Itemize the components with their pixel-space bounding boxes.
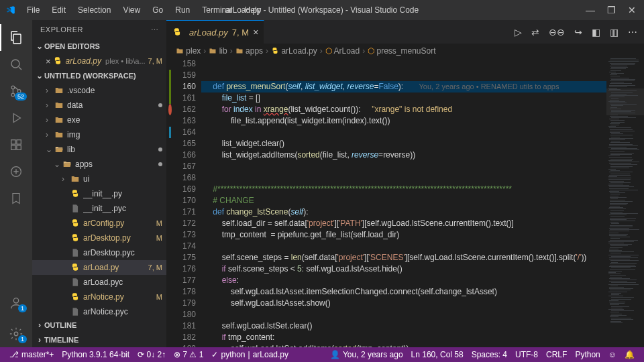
tree-item[interactable]: arNotice.pyM [32,290,166,304]
svg-rect-6 [17,145,21,149]
tree-item[interactable]: arDesktop.pyc [32,245,166,260]
status-bell-icon[interactable]: 🔔 [621,350,639,359]
status-bar: ⎇ master*+ Python 3.9.1 64-bit ⟳ 0↓ 2↑ ⊗… [0,347,644,362]
git-compare-icon[interactable]: ⇄ [531,27,539,38]
status-feedback-icon[interactable]: ☺ [604,350,621,359]
tree-item[interactable]: ›exe [32,113,166,127]
more-icon[interactable]: ⋯ [628,27,637,38]
svg-point-0 [11,60,19,68]
tree-item[interactable]: ⌄apps [32,157,166,172]
activity-gitlens-icon[interactable] [0,158,32,185]
activity-debug-icon[interactable] [0,105,32,131]
status-python[interactable]: Python 3.9.1 64-bit [58,350,133,359]
menu-go[interactable]: Go [147,3,168,17]
tree-item[interactable]: ⌄lib [32,142,166,157]
status-eol[interactable]: CRLF [542,350,571,359]
vscode-logo-icon [5,5,16,15]
svg-point-1 [11,86,15,89]
explorer-title: EXPLORER [40,25,83,34]
explorer-more-icon[interactable]: ⋯ [151,25,159,34]
tree-item[interactable]: ›.vscode [32,83,166,98]
minimize-icon[interactable]: — [586,5,595,15]
settings-badge: 1 [18,335,27,343]
editor-actions: ▷ ⇄ ⊖⊖ ↪ ◧ ▥ ⋯ [508,20,644,44]
file-tree: ›.vscode›data›exe›img⌄lib⌄apps›ui__init_… [32,83,166,318]
tree-item[interactable]: ›ui [32,172,166,186]
tree-item[interactable]: ›data [32,98,166,113]
close-icon[interactable]: ✕ [628,5,636,15]
tree-item[interactable]: arDesktop.pyM [32,231,166,245]
close-editor-icon[interactable]: × [46,56,51,66]
outline-header[interactable]: ›OUTLINE [32,318,166,333]
status-sync[interactable]: ⟳ 0↓ 2↑ [133,350,170,359]
activity-extensions-icon[interactable] [0,131,32,158]
maximize-icon[interactable]: ❐ [607,5,616,15]
window-controls: — ❐ ✕ [586,5,639,15]
split-editor-icon[interactable]: ◧ [592,27,600,38]
svg-rect-5 [11,145,15,149]
account-badge: 1 [18,304,27,312]
arrow-icon[interactable]: ↪ [574,27,582,38]
status-blame[interactable]: 👤 You, 2 years ago [326,350,407,359]
code-editor[interactable]: def press_menuSort(self, list_widget, re… [201,58,606,347]
tree-item[interactable]: arLoad.pyc [32,275,166,290]
run-icon[interactable]: ▷ [515,27,522,38]
status-spaces[interactable]: Spaces: 4 [468,350,511,359]
scm-badge: 52 [15,93,27,101]
tree-item[interactable]: __init__.py [32,186,166,201]
tree-item[interactable]: ›img [32,127,166,142]
status-check[interactable]: ✓ python | arLoad.py [207,350,292,359]
menu-run[interactable]: Run [170,3,195,17]
activity-account-icon[interactable]: 1 [0,290,32,316]
activity-settings-icon[interactable]: 1 [0,320,32,347]
layout-icon[interactable]: ▥ [610,27,619,38]
tab-close-icon[interactable]: × [253,27,258,38]
python-file-icon [172,27,182,38]
status-branch[interactable]: ⎇ master*+ [5,350,58,359]
tree-item[interactable]: arConfig.pyM [32,216,166,231]
open-editors-header[interactable]: ⌄OPEN EDITORS [32,39,166,54]
activity-search-icon[interactable] [0,51,32,78]
svg-point-9 [13,298,18,303]
menu-view[interactable]: View [117,3,146,17]
activity-bookmark-icon[interactable] [0,185,32,212]
activity-scm-icon[interactable]: 52 [0,78,32,105]
chevron-right-icon: › [35,335,44,345]
svg-rect-7 [17,140,21,144]
status-cursor[interactable]: Ln 160, Col 58 [407,350,468,359]
activity-explorer-icon[interactable] [0,24,32,51]
title-bar: File Edit Selection View Go Run Terminal… [0,0,644,20]
status-problems[interactable]: ⊗ 7 ⚠ 1 [170,350,207,359]
chevron-down-icon: ⌄ [35,71,44,80]
status-lang[interactable]: Python [571,350,604,359]
editor-area: arLoad.py 7, M × ▷ ⇄ ⊖⊖ ↪ ◧ ▥ ⋯ plex› li… [166,20,644,347]
timeline-header[interactable]: ›TIMELINE [32,333,166,347]
menu-terminal[interactable]: Terminal [197,3,237,17]
line-gutter: 1581591601611621631641651661671681691701… [173,58,201,347]
activity-bar: 52 1 1 [0,20,32,347]
workspace-header[interactable]: ⌄UNTITLED (WORKSPACE) [32,68,166,83]
menu-selection[interactable]: Selection [72,3,116,17]
chevron-down-icon: ⌄ [35,42,44,51]
git-commit-icon[interactable]: ⊖⊖ [549,27,565,38]
svg-rect-4 [11,140,15,144]
editor-tab-arload[interactable]: arLoad.py 7, M × [166,20,264,44]
menu-bar: File Edit Selection View Go Run Terminal… [5,3,266,17]
tab-bar: arLoad.py 7, M × ▷ ⇄ ⊖⊖ ↪ ◧ ▥ ⋯ [166,20,644,44]
menu-help[interactable]: Help [239,3,267,17]
tree-item[interactable]: arNotice.pyc [32,304,166,318]
open-editor-item[interactable]: × arLoad.py plex • lib\a... 7, M [32,54,166,68]
tree-item[interactable]: arLoad.py7, M [32,260,166,275]
deco-gutter [166,58,173,347]
minimap[interactable] [606,58,644,347]
tree-item[interactable]: __init__.pyc [32,201,166,216]
breadcrumbs[interactable]: plex› lib› apps› arLoad.py›⬡ ArLoad›⬡ pr… [166,44,644,58]
explorer-sidebar: EXPLORER⋯ ⌄OPEN EDITORS × arLoad.py plex… [32,20,166,347]
menu-edit[interactable]: Edit [46,3,71,17]
python-file-icon [52,56,63,66]
menu-file[interactable]: File [21,3,45,17]
svg-point-10 [14,332,18,336]
chevron-right-icon: › [35,320,44,330]
status-encoding[interactable]: UTF-8 [511,350,542,359]
